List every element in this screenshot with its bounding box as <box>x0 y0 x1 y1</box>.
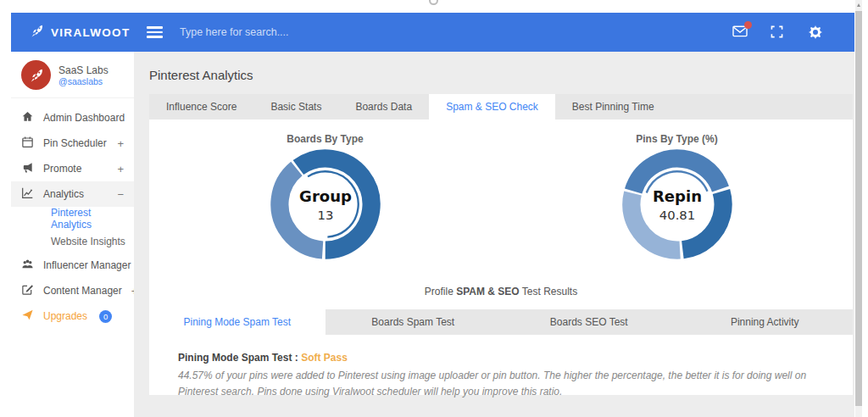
donut-center-label: Group <box>299 187 352 205</box>
expander-minus: − <box>117 188 124 201</box>
sidebar-item-analytics[interactable]: Analytics − <box>11 181 134 207</box>
donut-center-value: 40.81 <box>659 208 694 222</box>
navbar-actions <box>732 25 854 39</box>
app-frame: VIRALWOOT <box>11 13 854 417</box>
rocket-icon <box>30 24 44 42</box>
sidebar-item-label: Content Manager <box>43 285 122 297</box>
sidebar-subitem-label: Website Insights <box>51 236 125 247</box>
profile-handle[interactable]: @saaslabs <box>58 76 108 86</box>
tab-panel-spam-seo: Boards By Type Group 13 Pins By Type (%)… <box>149 120 853 395</box>
search-input[interactable] <box>180 26 392 38</box>
scrollbar-up-arrow[interactable] <box>857 3 860 7</box>
sidebar-item-website-insights[interactable]: Website Insights <box>11 230 134 253</box>
main-content: Pinterest Analytics Influence Score Basi… <box>134 52 854 417</box>
analytics-tabs: Influence Score Basic Stats Boards Data … <box>149 94 853 120</box>
separator: : <box>292 352 301 364</box>
sidebar-item-content-manager[interactable]: Content Manager + <box>11 278 134 303</box>
sidebar-item-admin-dashboard[interactable]: Admin Dashboard <box>11 105 134 131</box>
tab-boards-seo-test[interactable]: Boards SEO Test <box>501 309 677 335</box>
sidebar-item-pin-scheduler[interactable]: Pin Scheduler + <box>11 131 134 156</box>
pins-by-type-donut[interactable]: Repin 40.81 <box>618 145 737 264</box>
sidebar-item-promote[interactable]: Promote + <box>11 156 134 181</box>
calendar-icon <box>21 136 34 151</box>
home-icon <box>21 110 34 125</box>
tab-boards-spam-test[interactable]: Boards Spam Test <box>326 309 502 335</box>
line-chart-icon <box>21 186 34 202</box>
sidebar: SaaS Labs @saaslabs Admin Dashboard <box>11 52 134 417</box>
status-badge: Soft Pass <box>301 352 348 364</box>
users-icon <box>21 258 34 273</box>
avatar[interactable] <box>21 60 51 90</box>
mail-button[interactable] <box>732 25 748 39</box>
boards-by-type-chart: Boards By Type Group 13 <box>149 130 501 267</box>
sidebar-item-label: Admin Dashboard <box>43 112 125 124</box>
top-navbar: VIRALWOOT <box>11 13 854 52</box>
profile-card: SaaS Labs @saaslabs <box>11 52 134 98</box>
sidebar-item-upgrades[interactable]: Upgrades 0 <box>11 303 134 329</box>
scrollbar[interactable] <box>855 0 862 417</box>
test-name: Pining Mode Spam Test <box>178 352 292 364</box>
megaphone-icon <box>21 161 34 176</box>
sidebar-subitem-label: Pinterest Analytics <box>51 207 134 231</box>
sidebar-item-label: Upgrades <box>43 310 87 322</box>
sidebar-item-label: Promote <box>43 163 81 175</box>
scrollbar-thumb[interactable] <box>855 11 862 406</box>
brand-name: VIRALWOOT <box>51 26 130 39</box>
menu-toggle-button[interactable] <box>147 24 163 41</box>
sidebar-menu: Admin Dashboard Pin Scheduler + <box>11 98 134 329</box>
test-result-description: 44.57% of your pins were added to Pinter… <box>178 368 824 399</box>
results-heading-prefix: Profile <box>425 286 456 297</box>
paper-plane-icon <box>21 309 34 324</box>
sidebar-item-influencer-manager[interactable]: Influencer Manager + <box>11 253 134 278</box>
test-result-title: Pining Mode Spam Test : Soft Pass <box>178 352 824 364</box>
tab-influence-score[interactable]: Influence Score <box>149 94 253 120</box>
page-title: Pinterest Analytics <box>149 68 854 82</box>
tab-best-pinning-time[interactable]: Best Pinning Time <box>555 94 671 120</box>
settings-button[interactable] <box>809 25 824 39</box>
test-result-detail: Pining Mode Spam Test : Soft Pass 44.57%… <box>149 335 853 399</box>
results-heading-bold: SPAM & SEO <box>456 286 519 297</box>
expander-plus: + <box>117 163 124 175</box>
sidebar-item-pinterest-analytics[interactable]: Pinterest Analytics <box>11 207 134 230</box>
pins-by-type-chart: Pins By Type (%) Repin 40.81 <box>501 130 853 267</box>
edit-icon <box>21 283 34 298</box>
tab-spam-seo-check[interactable]: Spam & SEO Check <box>429 94 555 120</box>
tab-pining-mode-spam-test[interactable]: Pining Mode Spam Test <box>149 309 326 335</box>
results-heading: Profile SPAM & SEO Test Results <box>149 286 853 297</box>
notification-badge <box>744 21 752 29</box>
tab-boards-data[interactable]: Boards Data <box>338 94 429 120</box>
gear-icon <box>809 27 822 42</box>
analytics-card: Influence Score Basic Stats Boards Data … <box>149 94 853 395</box>
results-tabs: Pining Mode Spam Test Boards Spam Test B… <box>149 309 853 335</box>
donut-center-value: 13 <box>317 208 333 222</box>
chart-title: Boards By Type <box>149 133 501 145</box>
expander-plus: + <box>117 137 124 150</box>
boards-by-type-donut[interactable]: Group 13 <box>266 145 385 264</box>
tab-pinning-activity[interactable]: Pinning Activity <box>677 309 854 335</box>
fullscreen-button[interactable] <box>771 25 786 39</box>
tab-basic-stats[interactable]: Basic Stats <box>253 94 338 120</box>
scroll-indicator <box>429 0 438 5</box>
fullscreen-icon <box>771 26 783 41</box>
charts-row: Boards By Type Group 13 Pins By Type (%)… <box>149 130 853 267</box>
donut-center-label: Repin <box>653 187 702 205</box>
brand-logo[interactable]: VIRALWOOT <box>11 24 136 42</box>
upgrades-badge: 0 <box>99 310 112 323</box>
sidebar-item-label: Analytics <box>43 188 84 200</box>
sidebar-item-label: Influencer Manager <box>43 259 131 271</box>
sidebar-item-label: Pin Scheduler <box>43 137 107 149</box>
chart-title: Pins By Type (%) <box>501 133 853 145</box>
profile-info: SaaS Labs @saaslabs <box>58 64 108 86</box>
profile-name: SaaS Labs <box>58 64 108 76</box>
results-heading-suffix: Test Results <box>520 286 577 297</box>
